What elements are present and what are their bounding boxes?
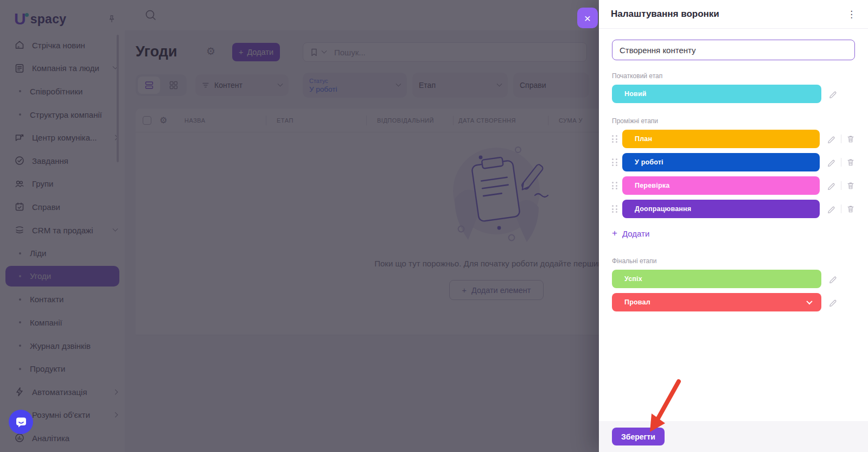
stage-name: Новий [624, 90, 647, 98]
modal-overlay[interactable] [0, 0, 599, 452]
divider [841, 205, 841, 213]
stage-row-initial: Новий [612, 85, 855, 103]
close-panel-button[interactable]: × [577, 8, 598, 28]
divider [841, 135, 841, 143]
edit-pencil-icon[interactable] [828, 275, 838, 284]
divider [841, 181, 841, 190]
stage-bar-fail[interactable]: Провал [612, 293, 821, 311]
panel-header: Налаштування воронки ⋮ [599, 0, 868, 29]
panel-footer: Зберегти [599, 421, 868, 452]
stage-bar-plan[interactable]: План [622, 130, 820, 148]
stage-row-fail: Провал [612, 293, 855, 311]
stage-bar-rework[interactable]: Доопрацювання [622, 200, 820, 218]
stage-row-in-progress: У роботі [612, 153, 855, 171]
edit-pencil-icon[interactable] [828, 90, 838, 99]
stage-row-success: Успіх [612, 270, 855, 288]
funnel-name-input[interactable] [612, 40, 855, 60]
stage-name: Успіх [624, 275, 642, 283]
drag-handle-icon[interactable] [612, 182, 617, 189]
stage-bar-new[interactable]: Новий [612, 85, 821, 103]
edit-pencil-icon[interactable] [827, 135, 836, 144]
delete-trash-icon[interactable] [846, 181, 855, 190]
edit-pencil-icon[interactable] [827, 205, 836, 214]
panel-title: Налаштування воронки [611, 9, 719, 20]
edit-pencil-icon[interactable] [827, 158, 836, 167]
edit-pencil-icon[interactable] [827, 181, 836, 190]
stage-name: У роботі [635, 158, 663, 166]
chat-widget-button[interactable] [9, 410, 33, 434]
drag-handle-icon[interactable] [612, 135, 617, 143]
chat-bubble-icon [15, 416, 28, 429]
stage-row-plan: План [612, 130, 855, 148]
edit-pencil-icon[interactable] [828, 298, 838, 307]
chevron-down-icon[interactable] [806, 298, 812, 304]
panel-body: Початковий етап Новий Проміжні етапи Пла… [599, 29, 868, 311]
delete-trash-icon[interactable] [846, 135, 855, 143]
divider [841, 158, 841, 167]
stage-name: План [635, 135, 652, 143]
add-stage-link[interactable]: + Додати [612, 228, 649, 239]
initial-stage-label: Початковий етап [612, 72, 855, 80]
stage-bar-review[interactable]: Перевірка [622, 176, 820, 195]
stage-name: Провал [624, 298, 650, 306]
drag-handle-icon[interactable] [612, 205, 617, 213]
save-button[interactable]: Зберегти [612, 428, 665, 445]
stage-name: Доопрацювання [635, 205, 691, 213]
kebab-menu-icon[interactable]: ⋮ [847, 9, 856, 20]
drag-handle-icon[interactable] [612, 158, 617, 166]
funnel-settings-panel: Налаштування воронки ⋮ Початковий етап Н… [599, 0, 868, 452]
plus-icon: + [612, 228, 617, 239]
add-stage-label: Додати [622, 229, 649, 238]
stage-bar-success[interactable]: Успіх [612, 270, 821, 288]
stage-bar-in-progress[interactable]: У роботі [622, 153, 820, 171]
stage-row-rework: Доопрацювання [612, 200, 855, 218]
stage-name: Перевірка [635, 182, 669, 189]
delete-trash-icon[interactable] [846, 205, 855, 213]
delete-trash-icon[interactable] [846, 158, 855, 167]
stage-row-review: Перевірка [612, 176, 855, 195]
final-stages-label: Фінальні етапи [612, 257, 855, 265]
intermediate-stages-label: Проміжні етапи [612, 117, 855, 125]
